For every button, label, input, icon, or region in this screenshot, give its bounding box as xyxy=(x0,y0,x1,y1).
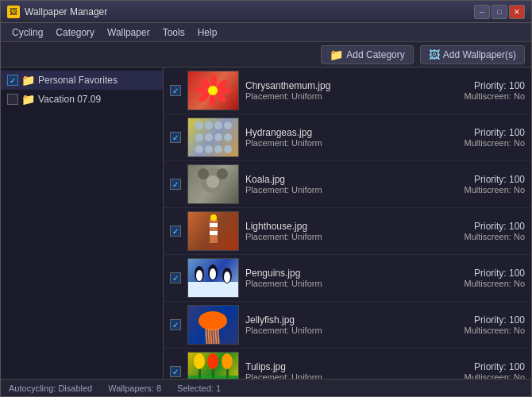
app-icon: 🖼 xyxy=(7,6,20,18)
wallpaper-name: Penguins.jpg xyxy=(245,268,391,279)
wallpaper-multiscreen: Multiscreen: No xyxy=(398,372,525,379)
autocycling-status: Autocycling: Disabled xyxy=(9,384,92,393)
wallpaper-placement: Placement: Uniform xyxy=(245,372,391,379)
wallpaper-info: Koala.jpgPlacement: Uniform xyxy=(245,174,391,195)
wallpaper-thumbnail xyxy=(187,118,239,157)
wallpaper-checkbox[interactable]: ✓ xyxy=(170,179,181,190)
wallpaper-meta: Priority: 100Multiscreen: No xyxy=(398,361,525,379)
wallpaper-priority: Priority: 100 xyxy=(398,80,525,91)
wallpaper-multiscreen: Multiscreen: No xyxy=(398,185,525,195)
add-category-label: Add Category xyxy=(346,49,404,60)
wallpaper-thumbnail xyxy=(187,352,239,379)
add-category-button[interactable]: 📁 Add Category xyxy=(321,45,413,64)
wallpaper-checkbox[interactable]: ✓ xyxy=(170,132,181,143)
wallpaper-meta: Priority: 100Multiscreen: No xyxy=(398,314,525,335)
wallpaper-list: ✓Chrysanthemum.jpgPlacement: UniformPrio… xyxy=(164,67,531,379)
menu-tools[interactable]: Tools xyxy=(156,25,191,40)
wallpaper-checkbox[interactable]: ✓ xyxy=(170,319,181,330)
wallpaper-multiscreen: Multiscreen: No xyxy=(398,232,525,241)
sidebar-item-vacation[interactable]: 📁 Vacation 07.09 xyxy=(1,90,163,109)
wallpaper-checkbox[interactable]: ✓ xyxy=(170,272,181,283)
toolbar: 📁 Add Category 🖼 Add Wallpaper(s) xyxy=(1,42,531,67)
wallpaper-info: Chrysanthemum.jpgPlacement: Uniform xyxy=(245,80,391,101)
wallpaper-thumbnail xyxy=(187,305,239,345)
menu-help[interactable]: Help xyxy=(191,25,224,40)
wallpaper-name: Tulips.jpg xyxy=(245,361,391,372)
menu-cycling[interactable]: Cycling xyxy=(6,25,49,40)
wallpaper-name: Koala.jpg xyxy=(245,174,391,185)
wallpaper-row[interactable]: ✓Jellyfish.jpgPlacement: UniformPriority… xyxy=(164,302,531,349)
title-bar: 🖼 Wallpaper Manager ─ □ ✕ xyxy=(1,1,531,23)
add-wallpaper-button[interactable]: 🖼 Add Wallpaper(s) xyxy=(420,45,525,64)
wallpaper-meta: Priority: 100Multiscreen: No xyxy=(398,221,525,241)
wallpaper-multiscreen: Multiscreen: No xyxy=(398,91,525,101)
main-window: 🖼 Wallpaper Manager ─ □ ✕ Cycling Catego… xyxy=(0,0,532,397)
wallpaper-placement: Placement: Uniform xyxy=(245,138,391,148)
wallpaper-multiscreen: Multiscreen: No xyxy=(398,138,525,148)
wallpaper-placement: Placement: Uniform xyxy=(245,232,391,241)
wallpaper-placement: Placement: Uniform xyxy=(245,185,391,195)
wallpaper-name: Jellyfish.jpg xyxy=(245,314,391,326)
wallpaper-meta: Priority: 100Multiscreen: No xyxy=(398,80,525,101)
wallpaper-thumbnail xyxy=(187,164,239,204)
wallpaper-placement: Placement: Uniform xyxy=(245,326,391,335)
wallpaper-meta: Priority: 100Multiscreen: No xyxy=(398,127,525,148)
wallpaper-priority: Priority: 100 xyxy=(398,221,525,232)
sidebar-item-personal-favorites[interactable]: ✓ 📁 Personal Favorites xyxy=(1,71,163,90)
wallpaper-row[interactable]: ✓Hydrangeas.jpgPlacement: UniformPriorit… xyxy=(164,114,531,161)
sidebar: ✓ 📁 Personal Favorites 📁 Vacation 07.09 xyxy=(1,67,164,379)
sidebar-label-0: Personal Favorites xyxy=(38,75,118,86)
wallpaper-row[interactable]: ✓Chrysanthemum.jpgPlacement: UniformPrio… xyxy=(164,67,531,114)
minimize-button[interactable]: ─ xyxy=(474,5,490,19)
wallpaper-name: Hydrangeas.jpg xyxy=(245,127,391,138)
main-content: ✓ 📁 Personal Favorites 📁 Vacation 07.09 … xyxy=(1,67,531,379)
wallpaper-row[interactable]: ✓Tulips.jpgPlacement: UniformPriority: 1… xyxy=(164,349,531,379)
wallpaper-add-icon: 🖼 xyxy=(429,48,440,61)
wallpaper-info: Tulips.jpgPlacement: Uniform xyxy=(245,361,391,379)
wallpaper-priority: Priority: 100 xyxy=(398,174,525,185)
wallpaper-info: Hydrangeas.jpgPlacement: Uniform xyxy=(245,127,391,148)
title-buttons: ─ □ ✕ xyxy=(474,5,525,19)
window-title: Wallpaper Manager xyxy=(25,6,474,17)
wallpaper-row[interactable]: ✓Penguins.jpgPlacement: UniformPriority:… xyxy=(164,255,531,302)
menu-wallpaper[interactable]: Wallpaper xyxy=(101,25,156,40)
wallpaper-multiscreen: Multiscreen: No xyxy=(398,326,525,335)
wallpapers-count: Wallpapers: 8 xyxy=(108,384,161,393)
wallpaper-placement: Placement: Uniform xyxy=(245,91,391,101)
wallpaper-thumbnail xyxy=(187,258,239,298)
menu-bar: Cycling Category Wallpaper Tools Help xyxy=(1,23,531,42)
maximize-button[interactable]: □ xyxy=(492,5,507,19)
wallpaper-name: Lighthouse.jpg xyxy=(245,221,391,232)
wallpaper-info: Penguins.jpgPlacement: Uniform xyxy=(245,268,391,288)
wallpaper-info: Jellyfish.jpgPlacement: Uniform xyxy=(245,314,391,335)
wallpaper-checkbox[interactable]: ✓ xyxy=(170,366,181,377)
wallpaper-placement: Placement: Uniform xyxy=(245,279,391,288)
wallpaper-priority: Priority: 100 xyxy=(398,314,525,326)
status-bar: Autocycling: Disabled Wallpapers: 8 Sele… xyxy=(1,379,531,396)
close-button[interactable]: ✕ xyxy=(509,5,525,19)
menu-category[interactable]: Category xyxy=(49,25,101,40)
wallpaper-checkbox[interactable]: ✓ xyxy=(170,225,181,237)
folder-icon-0: 📁 xyxy=(21,74,35,87)
sidebar-checkbox-0[interactable]: ✓ xyxy=(7,75,18,86)
wallpaper-thumbnail xyxy=(187,71,239,110)
sidebar-checkbox-1[interactable] xyxy=(7,94,18,105)
wallpaper-row[interactable]: ✓Lighthouse.jpgPlacement: UniformPriorit… xyxy=(164,208,531,255)
wallpaper-thumbnail xyxy=(187,211,239,251)
sidebar-label-1: Vacation 07.09 xyxy=(38,94,101,105)
folder-icon-1: 📁 xyxy=(21,93,35,106)
wallpaper-meta: Priority: 100Multiscreen: No xyxy=(398,174,525,195)
wallpaper-checkbox[interactable]: ✓ xyxy=(170,85,181,96)
selected-count: Selected: 1 xyxy=(177,384,221,393)
wallpaper-meta: Priority: 100Multiscreen: No xyxy=(398,268,525,288)
folder-icon: 📁 xyxy=(330,48,343,61)
wallpaper-priority: Priority: 100 xyxy=(398,268,525,279)
wallpaper-priority: Priority: 100 xyxy=(398,127,525,138)
wallpaper-priority: Priority: 100 xyxy=(398,361,525,372)
wallpaper-name: Chrysanthemum.jpg xyxy=(245,80,391,91)
add-wallpaper-label: Add Wallpaper(s) xyxy=(443,49,516,60)
wallpaper-row[interactable]: ✓Koala.jpgPlacement: UniformPriority: 10… xyxy=(164,161,531,208)
wallpaper-multiscreen: Multiscreen: No xyxy=(398,279,525,288)
wallpaper-info: Lighthouse.jpgPlacement: Uniform xyxy=(245,221,391,241)
